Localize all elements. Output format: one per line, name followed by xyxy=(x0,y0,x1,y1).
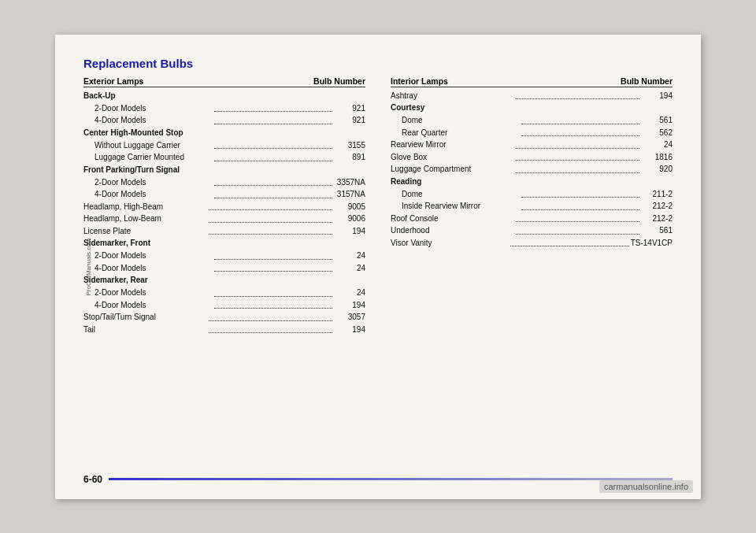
entry-value: 921 xyxy=(334,102,365,115)
list-item: Luggage Compartment920 xyxy=(391,163,673,176)
entry-dots xyxy=(209,311,332,321)
page-number: 6-60 xyxy=(83,474,102,485)
entry-dots xyxy=(214,188,332,198)
entry-label: 2-Door Models xyxy=(94,287,213,299)
entry-value: 9005 xyxy=(334,201,365,213)
list-item: License Plate194 xyxy=(83,225,365,238)
entry-label: Luggage Compartment xyxy=(391,163,514,176)
list-item: 4-Door Models194 xyxy=(83,299,365,312)
footer-bar: 6-60 xyxy=(83,474,673,485)
section-label: Front Parking/Turn Signal xyxy=(83,164,365,176)
list-item: Tail194 xyxy=(83,324,365,336)
entry-value: 212-2 xyxy=(641,200,673,213)
list-item: Rearview Mirror24 xyxy=(391,139,673,151)
interior-header-label: Interior Lamps xyxy=(391,76,448,86)
entry-dots xyxy=(209,225,332,235)
entry-dots xyxy=(516,163,639,173)
entry-label: Underhood xyxy=(391,224,514,237)
entry-value: 3155 xyxy=(334,139,365,152)
entry-label: Luggage Carrier Mounted xyxy=(94,151,213,164)
list-item: 4-Door Models921 xyxy=(83,114,365,127)
section-label: Sidemarker, Rear xyxy=(83,274,365,287)
list-item: Roof Console212-2 xyxy=(391,213,673,225)
entry-dots xyxy=(214,114,332,124)
list-item: Headlamp, High-Beam9005 xyxy=(83,201,365,213)
list-item: Ashtray194 xyxy=(391,90,673,102)
list-item: 4-Door Models24 xyxy=(83,262,365,275)
entry-value: 24 xyxy=(334,250,365,262)
entry-value: 194 xyxy=(334,299,365,312)
exterior-header: Exterior Lamps Bulb Number xyxy=(83,76,365,87)
entry-dots xyxy=(516,139,639,149)
interior-entries: Ashtray194CourtesyDome561Rear Quarter562… xyxy=(391,90,673,250)
section-label: Reading xyxy=(391,176,673,188)
list-item: Visor VanityTS-14V1CP xyxy=(391,237,673,250)
entry-value: 561 xyxy=(641,224,673,237)
entry-label: Ashtray xyxy=(391,90,514,102)
entry-dots xyxy=(209,201,332,211)
interior-header: Interior Lamps Bulb Number xyxy=(391,76,673,87)
entry-label: License Plate xyxy=(83,225,207,238)
entry-label: Dome xyxy=(402,114,520,127)
section-label: Center High-Mounted Stop xyxy=(83,127,365,139)
entry-label: Glove Box xyxy=(391,151,514,164)
list-item: Without Luggage Carrier3155 xyxy=(83,139,365,152)
entry-dots xyxy=(214,299,332,309)
list-item: 2-Door Models921 xyxy=(83,102,365,115)
entry-dots xyxy=(214,102,332,113)
footer-line xyxy=(109,478,673,480)
list-item: Headlamp, Low-Beam9006 xyxy=(83,213,365,225)
entry-value: 212-2 xyxy=(641,213,673,225)
interior-column: Interior Lamps Bulb Number Ashtray194Cou… xyxy=(391,76,673,336)
entry-value: 24 xyxy=(334,262,365,275)
list-item: Underhood561 xyxy=(391,224,673,237)
entry-label: 4-Door Models xyxy=(94,299,213,312)
list-item: 2-Door Models3357NA xyxy=(83,176,365,189)
entry-label: Headlamp, High-Beam xyxy=(83,201,207,213)
entry-label: Stop/Tail/Turn Signal xyxy=(83,311,207,324)
entry-value: 561 xyxy=(641,114,673,127)
entry-value: 921 xyxy=(334,114,365,127)
entry-value: 3057 xyxy=(334,311,365,324)
entry-dots xyxy=(209,324,332,334)
exterior-column: Exterior Lamps Bulb Number Back-Up2-Door… xyxy=(83,76,365,336)
exterior-entries: Back-Up2-Door Models9214-Door Models921C… xyxy=(83,90,365,336)
entry-value: TS-14V1CP xyxy=(631,237,673,250)
page-container: ProCarManuals.com Replacement Bulbs Exte… xyxy=(0,0,756,533)
section-label: Back-Up xyxy=(83,90,365,102)
entry-dots xyxy=(209,213,332,223)
list-item: Rear Quarter562 xyxy=(391,127,673,139)
entry-value: 1816 xyxy=(641,151,673,164)
section-label: Sidemarker, Front xyxy=(83,237,365,250)
entry-dots xyxy=(214,139,332,150)
entry-label: Roof Console xyxy=(391,213,514,225)
entry-dots xyxy=(214,262,332,272)
entry-label: 2-Door Models xyxy=(94,176,213,189)
list-item: Glove Box1816 xyxy=(391,151,673,164)
entry-dots xyxy=(521,188,639,198)
entry-value: 3157NA xyxy=(334,188,365,201)
entry-dots xyxy=(521,114,639,124)
entry-dots xyxy=(510,237,628,247)
entry-label: Headlamp, Low-Beam xyxy=(83,213,207,225)
entry-value: 24 xyxy=(334,287,365,299)
entry-value: 891 xyxy=(334,151,365,164)
entry-dots xyxy=(214,287,332,297)
exterior-header-bulb: Bulb Number xyxy=(313,76,365,86)
entry-dots xyxy=(516,213,639,223)
entry-label: 4-Door Models xyxy=(94,188,213,201)
entry-dots xyxy=(521,127,639,137)
list-item: Dome561 xyxy=(391,114,673,127)
entry-dots xyxy=(516,224,639,235)
entry-label: Rearview Mirror xyxy=(391,139,514,151)
entry-label: 4-Door Models xyxy=(94,114,213,127)
list-item: Luggage Carrier Mounted891 xyxy=(83,151,365,164)
entry-value: 194 xyxy=(641,90,673,102)
page-title: Replacement Bulbs xyxy=(83,57,673,70)
entry-value: 920 xyxy=(641,163,673,176)
interior-header-bulb: Bulb Number xyxy=(621,76,673,86)
entry-label: 2-Door Models xyxy=(94,250,213,262)
entry-label: Inside Rearview Mirror xyxy=(402,200,520,213)
sidebar-watermark: ProCarManuals.com xyxy=(85,238,92,295)
entry-label: Without Luggage Carrier xyxy=(94,139,213,152)
